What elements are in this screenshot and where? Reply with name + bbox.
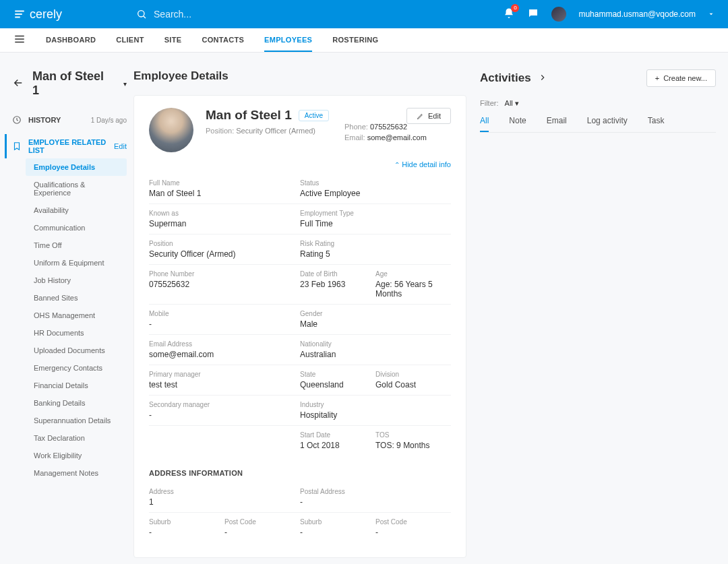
search-input[interactable] [154,9,289,20]
sidebar-item-ohs-management[interactable]: OHS Management [28,307,127,324]
field-gender: Male [300,319,451,329]
sidebar-item-emergency-contacts[interactable]: Emergency Contacts [28,359,127,377]
sidebar-edit-link[interactable]: Edit [114,142,127,150]
field-primary-manager: test test [149,380,300,389]
field-postcode: - [224,528,300,537]
sidebar-item-superannuation-details[interactable]: Superannuation Details [28,412,127,429]
chevron-down-icon[interactable] [708,11,715,18]
activity-tab-task[interactable]: Task [648,116,665,132]
field-secondary-manager: - [149,410,300,420]
field-state: Queensland [300,380,375,389]
nav-tab-site[interactable]: SITE [164,28,182,52]
user-email: muhammad.usman@vqode.com [578,9,696,19]
create-new-button[interactable]: + Create new... [646,69,716,87]
chevron-right-icon [538,73,547,82]
field-position: Security Officer (Armed) [149,249,300,259]
sidebar-item-communication[interactable]: Communication [28,219,127,237]
nav-tab-client[interactable]: CLIENT [116,28,144,52]
page-title: Man of Steel 1 [32,69,114,98]
field-emp-type: Full Time [300,219,451,228]
nav-tab-employees[interactable]: EMPLOYEES [264,28,312,52]
field-division: Gold Coast [375,380,451,389]
sidebar-item-availability[interactable]: Availability [28,201,127,219]
chat-icon [527,7,539,20]
hide-detail-toggle[interactable]: Hide detail info [149,160,451,168]
employee-avatar [149,108,193,152]
sidebar-item-time-off[interactable]: Time Off [28,237,127,254]
messages-button[interactable] [527,7,539,22]
field-risk: Rating 5 [300,249,451,259]
field-status: Active Employee [300,189,451,198]
bookmark-icon [12,142,22,151]
address-section-title: ADDRESS INFORMATION [149,469,451,477]
nav-tab-rostering[interactable]: ROSTERING [332,28,378,52]
field-industry: Hospitality [300,410,451,420]
sidebar-item-job-history[interactable]: Job History [28,272,127,289]
nav-tab-dashboard[interactable]: DASHBOARD [46,28,96,52]
main-heading: Employee Details [133,69,466,83]
field-dob: 23 Feb 1963 [300,280,375,289]
search-icon [136,9,147,20]
field-full-name: Man of Steel 1 [149,189,300,198]
field-suburb-postal: - [300,528,375,537]
nav-tab-contacts[interactable]: CONTACTS [202,28,244,52]
sidebar-item-hr-documents[interactable]: HR Documents [28,324,127,342]
sidebar-item-banking-details[interactable]: Banking Details [28,394,127,412]
sidebar-item-qualifications-experience[interactable]: Qualifications & Experience [28,176,127,201]
sidebar-item-employee-details[interactable]: Employee Details [26,158,127,176]
field-tos: TOS: 9 Months [375,441,451,450]
field-email: some@email.com [149,350,300,359]
sidebar-item-uploaded-documents[interactable]: Uploaded Documents [28,342,127,359]
sidebar-item-financial-details[interactable]: Financial Details [28,377,127,394]
sidebar-history-header[interactable]: HISTORY 1 Day/s ago [12,111,127,129]
field-postcode-postal: - [375,528,451,537]
svg-point-0 [138,11,144,17]
menu-toggle[interactable] [13,33,26,47]
sidebar-item-work-eligibility[interactable]: Work Eligibility [28,447,127,464]
sidebar-item-tax-declaration[interactable]: Tax Declaration [28,429,127,447]
field-nationality: Australian [300,350,451,359]
sidebar-item-management-notes[interactable]: Management Notes [28,464,127,482]
activity-tab-note[interactable]: Note [509,116,526,132]
field-postal-address: - [300,497,451,507]
edit-button[interactable]: Edit [406,108,451,124]
field-age: Age: 56 Years 5 Months [375,280,451,299]
field-phone: 075525632 [149,280,300,289]
sidebar-related-header[interactable]: EMPLOYEE RELATED LIST Edit [5,134,127,158]
pencil-icon [417,113,424,120]
filter-value[interactable]: All ▾ [505,99,519,107]
arrow-left-icon [12,77,24,89]
field-address: 1 [149,497,300,507]
sidebar-item-banned-sites[interactable]: Banned Sites [28,289,127,307]
history-icon [12,115,22,125]
field-mobile: - [149,319,300,329]
hamburger-icon [13,33,26,45]
avatar[interactable] [551,7,566,22]
activity-tab-email[interactable]: Email [547,116,567,132]
activities-title: Activities [480,71,531,85]
field-known-as: Superman [149,219,300,228]
activity-tab-log-activity[interactable]: Log activity [587,116,628,132]
field-start-date: 1 Oct 2018 [300,441,375,450]
employee-name: Man of Steel 1 [206,108,292,123]
notifications-button[interactable]: 0 [503,7,515,22]
activity-tab-all[interactable]: All [480,116,489,132]
activities-expand[interactable] [538,73,547,84]
field-suburb: - [149,528,224,537]
status-badge: Active [299,110,329,121]
notif-badge: 0 [511,4,519,12]
back-button[interactable] [12,77,24,91]
brand-logo[interactable]: cerely [13,7,62,22]
sidebar-item-uniform-equipment[interactable]: Uniform & Equipment [28,254,127,272]
